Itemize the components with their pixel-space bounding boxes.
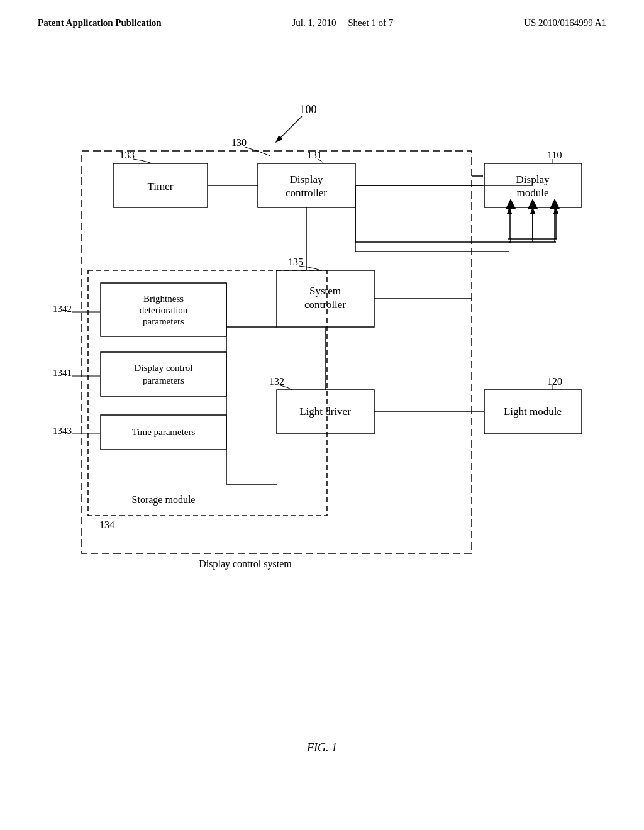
display-controller-label-1: Display: [290, 174, 323, 185]
diagram-area: 100 130 Display control system Timer 133…: [31, 88, 610, 685]
ref-100-arrow: [277, 116, 302, 141]
ref-100: 100: [300, 103, 317, 116]
brightness-params-label-1: Brightness: [143, 294, 184, 304]
timer-label: Timer: [148, 180, 174, 192]
display-controller-label-2: controller: [286, 187, 327, 199]
ref-110: 110: [547, 150, 562, 160]
ref-131: 131: [307, 150, 322, 160]
ref-135-line: [299, 266, 321, 270]
ref-1342: 1342: [53, 304, 72, 314]
patent-number: US 2010/0164999 A1: [524, 18, 606, 28]
sheet-info: Sheet 1 of 7: [348, 18, 393, 28]
system-ctrl-label-1: System: [309, 285, 341, 297]
ref-120: 120: [547, 376, 562, 387]
dm-arrow-3-head: [550, 199, 560, 209]
publication-date: Jul. 1, 2010: [292, 18, 336, 28]
ref-132: 132: [269, 376, 284, 387]
brightness-params-label-2: deterioration: [140, 305, 188, 315]
light-module-label: Light module: [504, 406, 562, 418]
publication-type: Patent Application Publication: [38, 18, 162, 28]
page-header: Patent Application Publication Jul. 1, 2…: [0, 0, 644, 28]
ref-133: 133: [119, 150, 135, 160]
dm-arrow-2-head: [528, 199, 538, 209]
ref-133-line: [133, 159, 152, 163]
display-controller-box: [258, 163, 355, 208]
light-driver-label: Light driver: [299, 406, 351, 418]
dm-arrow-1-head: [506, 199, 516, 209]
display-module-label-1: Display: [516, 174, 550, 185]
time-params-label: Time parameters: [132, 427, 196, 437]
storage-module-boundary: [88, 270, 327, 516]
display-control-system-label: Display control system: [199, 558, 292, 570]
ref-130: 130: [231, 137, 247, 148]
brightness-params-label-3: parameters: [143, 316, 184, 326]
ref-1343: 1343: [53, 426, 72, 436]
patent-diagram: 100 130 Display control system Timer 133…: [31, 88, 610, 685]
figure-label: FIG. 1: [307, 741, 337, 755]
display-control-params-box: [101, 352, 226, 396]
fig-label-text: FIG. 1: [307, 741, 337, 754]
display-ctrl-params-label-1: Display control: [135, 363, 193, 373]
ref-135: 135: [288, 257, 303, 267]
header-center: Jul. 1, 2010 Sheet 1 of 7: [292, 18, 393, 28]
ref-132-line: [280, 385, 292, 390]
ref-134: 134: [99, 519, 114, 530]
ref-130-line: [245, 147, 270, 156]
system-ctrl-label-2: controller: [304, 299, 346, 311]
display-module-label-2: module: [517, 187, 549, 199]
ref-1341: 1341: [53, 368, 72, 378]
storage-module-label: Storage module: [132, 494, 196, 506]
display-ctrl-params-label-2: parameters: [143, 375, 184, 385]
